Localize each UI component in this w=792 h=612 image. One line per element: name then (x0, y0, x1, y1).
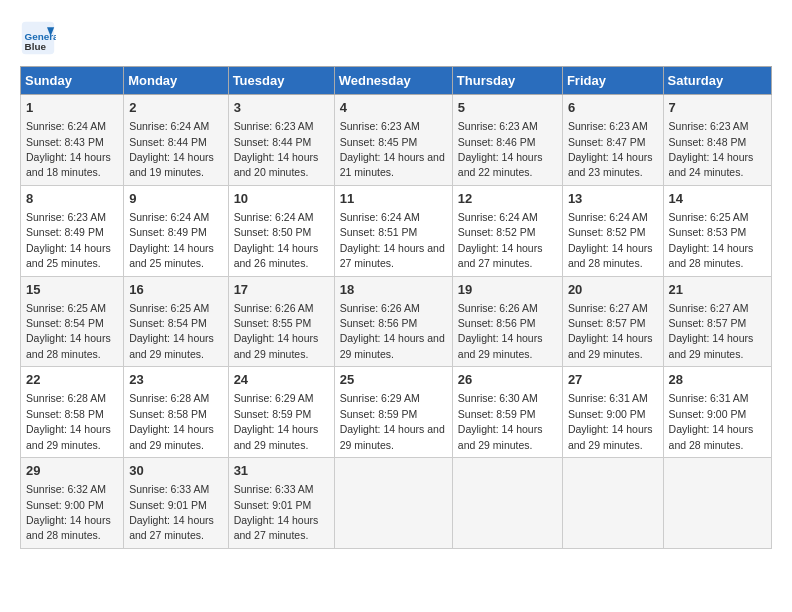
calendar-cell: 6Sunrise: 6:23 AMSunset: 8:47 PMDaylight… (562, 95, 663, 186)
header-wednesday: Wednesday (334, 67, 452, 95)
calendar-cell: 23Sunrise: 6:28 AMSunset: 8:58 PMDayligh… (124, 367, 228, 458)
sunset-info: Sunset: 9:01 PM (234, 499, 312, 511)
day-number: 25 (340, 371, 447, 389)
sunset-info: Sunset: 8:56 PM (340, 317, 418, 329)
sunset-info: Sunset: 8:44 PM (129, 136, 207, 148)
daylight-label: Daylight: 14 hours and 29 minutes. (129, 423, 214, 450)
calendar-cell: 19Sunrise: 6:26 AMSunset: 8:56 PMDayligh… (452, 276, 562, 367)
daylight-label: Daylight: 14 hours and 23 minutes. (568, 151, 653, 178)
sunrise-info: Sunrise: 6:24 AM (26, 120, 106, 132)
sunset-info: Sunset: 8:58 PM (129, 408, 207, 420)
day-number: 3 (234, 99, 329, 117)
daylight-label: Daylight: 14 hours and 22 minutes. (458, 151, 543, 178)
svg-text:Blue: Blue (25, 41, 47, 52)
sunrise-info: Sunrise: 6:26 AM (458, 302, 538, 314)
sunset-info: Sunset: 8:59 PM (340, 408, 418, 420)
calendar-cell: 5Sunrise: 6:23 AMSunset: 8:46 PMDaylight… (452, 95, 562, 186)
day-number: 29 (26, 462, 118, 480)
daylight-label: Daylight: 14 hours and 25 minutes. (26, 242, 111, 269)
day-number: 22 (26, 371, 118, 389)
calendar-cell (334, 458, 452, 549)
calendar-cell: 9Sunrise: 6:24 AMSunset: 8:49 PMDaylight… (124, 185, 228, 276)
day-number: 2 (129, 99, 222, 117)
sunrise-info: Sunrise: 6:23 AM (26, 211, 106, 223)
header-sunday: Sunday (21, 67, 124, 95)
calendar-table: SundayMondayTuesdayWednesdayThursdayFrid… (20, 66, 772, 549)
sunrise-info: Sunrise: 6:24 AM (458, 211, 538, 223)
daylight-label: Daylight: 14 hours and 25 minutes. (129, 242, 214, 269)
sunset-info: Sunset: 8:48 PM (669, 136, 747, 148)
daylight-label: Daylight: 14 hours and 29 minutes. (340, 423, 445, 450)
calendar-cell: 1Sunrise: 6:24 AMSunset: 8:43 PMDaylight… (21, 95, 124, 186)
day-number: 5 (458, 99, 557, 117)
calendar-cell: 25Sunrise: 6:29 AMSunset: 8:59 PMDayligh… (334, 367, 452, 458)
daylight-label: Daylight: 14 hours and 29 minutes. (458, 423, 543, 450)
calendar-cell (562, 458, 663, 549)
sunset-info: Sunset: 8:59 PM (234, 408, 312, 420)
sunset-info: Sunset: 8:56 PM (458, 317, 536, 329)
calendar-cell: 2Sunrise: 6:24 AMSunset: 8:44 PMDaylight… (124, 95, 228, 186)
sunrise-info: Sunrise: 6:29 AM (234, 392, 314, 404)
sunset-info: Sunset: 8:52 PM (458, 226, 536, 238)
header-monday: Monday (124, 67, 228, 95)
daylight-label: Daylight: 14 hours and 29 minutes. (340, 332, 445, 359)
sunrise-info: Sunrise: 6:27 AM (669, 302, 749, 314)
day-number: 13 (568, 190, 658, 208)
daylight-label: Daylight: 14 hours and 28 minutes. (26, 332, 111, 359)
sunset-info: Sunset: 8:57 PM (669, 317, 747, 329)
sunrise-info: Sunrise: 6:25 AM (669, 211, 749, 223)
calendar-week-row: 22Sunrise: 6:28 AMSunset: 8:58 PMDayligh… (21, 367, 772, 458)
sunrise-info: Sunrise: 6:26 AM (234, 302, 314, 314)
sunrise-info: Sunrise: 6:23 AM (669, 120, 749, 132)
calendar-cell: 16Sunrise: 6:25 AMSunset: 8:54 PMDayligh… (124, 276, 228, 367)
sunrise-info: Sunrise: 6:26 AM (340, 302, 420, 314)
calendar-cell (452, 458, 562, 549)
calendar-week-row: 29Sunrise: 6:32 AMSunset: 9:00 PMDayligh… (21, 458, 772, 549)
daylight-label: Daylight: 14 hours and 28 minutes. (26, 514, 111, 541)
calendar-cell: 28Sunrise: 6:31 AMSunset: 9:00 PMDayligh… (663, 367, 771, 458)
day-number: 20 (568, 281, 658, 299)
day-number: 28 (669, 371, 766, 389)
day-number: 8 (26, 190, 118, 208)
sunset-info: Sunset: 8:45 PM (340, 136, 418, 148)
sunrise-info: Sunrise: 6:24 AM (568, 211, 648, 223)
calendar-cell: 21Sunrise: 6:27 AMSunset: 8:57 PMDayligh… (663, 276, 771, 367)
sunrise-info: Sunrise: 6:23 AM (340, 120, 420, 132)
sunset-info: Sunset: 9:01 PM (129, 499, 207, 511)
sunrise-info: Sunrise: 6:24 AM (234, 211, 314, 223)
calendar-week-row: 1Sunrise: 6:24 AMSunset: 8:43 PMDaylight… (21, 95, 772, 186)
day-number: 23 (129, 371, 222, 389)
day-number: 4 (340, 99, 447, 117)
calendar-cell: 20Sunrise: 6:27 AMSunset: 8:57 PMDayligh… (562, 276, 663, 367)
sunrise-info: Sunrise: 6:25 AM (129, 302, 209, 314)
sunset-info: Sunset: 8:44 PM (234, 136, 312, 148)
calendar-cell: 31Sunrise: 6:33 AMSunset: 9:01 PMDayligh… (228, 458, 334, 549)
calendar-cell: 17Sunrise: 6:26 AMSunset: 8:55 PMDayligh… (228, 276, 334, 367)
header-thursday: Thursday (452, 67, 562, 95)
day-number: 10 (234, 190, 329, 208)
day-number: 11 (340, 190, 447, 208)
calendar-cell: 3Sunrise: 6:23 AMSunset: 8:44 PMDaylight… (228, 95, 334, 186)
sunset-info: Sunset: 8:54 PM (129, 317, 207, 329)
sunrise-info: Sunrise: 6:30 AM (458, 392, 538, 404)
sunset-info: Sunset: 8:49 PM (129, 226, 207, 238)
daylight-label: Daylight: 14 hours and 29 minutes. (234, 423, 319, 450)
header-tuesday: Tuesday (228, 67, 334, 95)
day-number: 7 (669, 99, 766, 117)
sunset-info: Sunset: 8:59 PM (458, 408, 536, 420)
daylight-label: Daylight: 14 hours and 27 minutes. (234, 514, 319, 541)
sunrise-info: Sunrise: 6:24 AM (129, 120, 209, 132)
sunset-info: Sunset: 8:57 PM (568, 317, 646, 329)
day-number: 6 (568, 99, 658, 117)
calendar-header-row: SundayMondayTuesdayWednesdayThursdayFrid… (21, 67, 772, 95)
daylight-label: Daylight: 14 hours and 29 minutes. (26, 423, 111, 450)
header-saturday: Saturday (663, 67, 771, 95)
daylight-label: Daylight: 14 hours and 26 minutes. (234, 242, 319, 269)
sunset-info: Sunset: 8:51 PM (340, 226, 418, 238)
day-number: 19 (458, 281, 557, 299)
sunset-info: Sunset: 9:00 PM (669, 408, 747, 420)
calendar-week-row: 8Sunrise: 6:23 AMSunset: 8:49 PMDaylight… (21, 185, 772, 276)
sunrise-info: Sunrise: 6:28 AM (26, 392, 106, 404)
sunrise-info: Sunrise: 6:23 AM (568, 120, 648, 132)
daylight-label: Daylight: 14 hours and 18 minutes. (26, 151, 111, 178)
